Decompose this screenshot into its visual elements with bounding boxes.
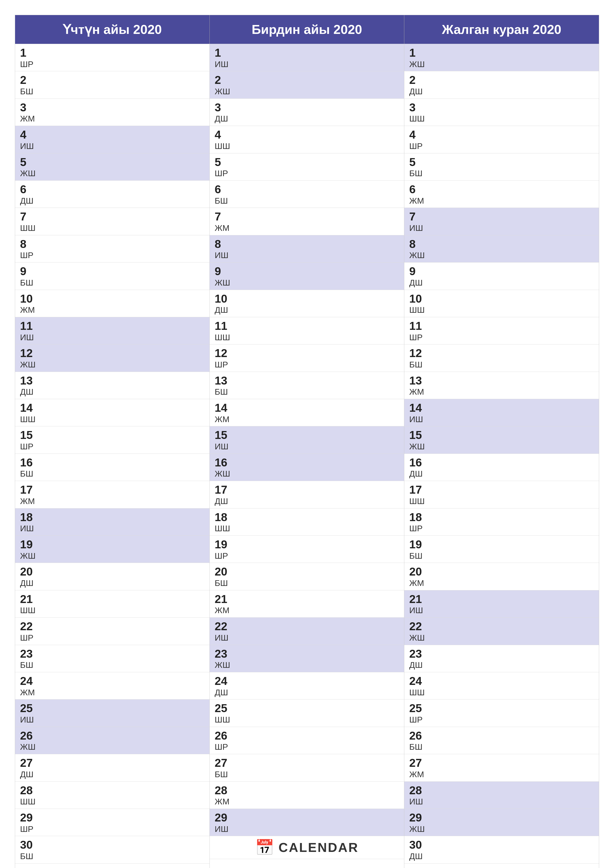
day-row: 20 ЖМ <box>404 563 599 590</box>
day-number: 16 <box>409 456 594 469</box>
day-row: 11 ШР <box>404 317 599 344</box>
day-row: 7 ИШ <box>404 208 599 235</box>
day-label: ИШ <box>409 414 594 424</box>
day-number: 21 <box>215 593 399 606</box>
day-row: 22 ИШ <box>210 618 404 645</box>
day-row: 28 ИШ <box>404 782 599 809</box>
day-label: ЖМ <box>20 305 205 315</box>
day-row: 8 ШР <box>15 235 210 262</box>
day-label: БШ <box>409 360 594 370</box>
day-number: 9 <box>409 265 594 277</box>
day-number: 7 <box>215 210 399 223</box>
day-number: 22 <box>215 620 399 633</box>
day-number: 5 <box>215 156 399 169</box>
header-row: Үчтүн айы 2020 Бирдин айы 2020 Жалган ку… <box>15 15 599 44</box>
day-row: 7 ЖМ <box>210 208 404 235</box>
day-number: 29 <box>215 811 399 824</box>
day-row: 13 ДШ <box>15 372 210 399</box>
day-label: ИШ <box>409 797 594 807</box>
day-label: ДШ <box>409 851 594 861</box>
day-row: 6 ЖМ <box>404 181 599 208</box>
day-row: 15 ЖШ <box>404 426 599 454</box>
day-row: 16 БШ <box>15 454 210 481</box>
day-number: 15 <box>215 429 399 442</box>
day-number: 20 <box>20 566 205 578</box>
day-label: ИШ <box>409 605 594 615</box>
day-number: 1 <box>20 46 205 59</box>
day-row: 24 ДШ <box>210 672 404 699</box>
day-number: 14 <box>215 401 399 414</box>
day-label: ЖШ <box>409 633 594 643</box>
day-row: 6 БШ <box>210 181 404 208</box>
day-number: 6 <box>215 183 399 196</box>
day-number: 19 <box>409 538 594 551</box>
day-number: 12 <box>409 347 594 360</box>
day-label: ДШ <box>409 86 594 96</box>
day-number: 22 <box>409 620 594 633</box>
day-number: 27 <box>409 756 594 769</box>
day-label: ИШ <box>215 442 399 451</box>
day-number: 4 <box>215 129 399 141</box>
day-label: ЖМ <box>20 113 205 124</box>
day-number: 14 <box>20 401 205 414</box>
day-label: ШШ <box>20 797 205 807</box>
day-row: 8 ИШ <box>210 235 404 262</box>
day-row: 17 ЖМ <box>15 481 210 508</box>
day-label: ИШ <box>20 141 205 151</box>
day-label: ШШ <box>409 496 594 506</box>
day-label: БШ <box>215 578 399 588</box>
month1-col: 1 ШР 2 БШ 3 ЖМ 4 ИШ 5 ЖШ 6 ДШ 7 ШШ 8 ШР … <box>15 44 210 868</box>
day-row: 20 ДШ <box>15 563 210 590</box>
day-number: 20 <box>215 566 399 578</box>
day-label: ДШ <box>215 496 399 506</box>
day-label: ЖМ <box>215 797 399 807</box>
day-label: ЖШ <box>20 742 205 752</box>
month2-col: 1 ИШ 2 ЖШ 3 ДШ 4 ШШ 5 ШР 6 БШ 7 ЖМ 8 ИШ … <box>210 44 404 868</box>
day-row: 7 ШШ <box>15 208 210 235</box>
day-number: 13 <box>20 374 205 387</box>
day-number: 15 <box>20 429 205 442</box>
day-row: 12 ШР <box>210 344 404 372</box>
day-number: 26 <box>409 729 594 742</box>
day-row: 26 БШ <box>404 727 599 754</box>
day-number: 24 <box>409 675 594 687</box>
day-row: 2 ЖШ <box>210 71 404 98</box>
day-row: 14 ЖМ <box>210 399 404 426</box>
day-label: БШ <box>20 660 205 670</box>
day-row: 5 ШР <box>210 153 404 181</box>
day-number: 17 <box>409 484 594 496</box>
day-label: ЖМ <box>409 769 594 780</box>
day-label: БШ <box>409 742 594 752</box>
day-number: 29 <box>409 811 594 824</box>
day-label: ШР <box>215 742 399 752</box>
day-label: ДШ <box>215 687 399 698</box>
day-label: БШ <box>215 769 399 780</box>
day-label: ЖМ <box>215 605 399 615</box>
day-label: ДШ <box>20 769 205 780</box>
day-row: 17 ШШ <box>404 481 599 508</box>
day-row: 31 ШШ <box>404 863 599 868</box>
day-row: 12 ЖШ <box>15 344 210 372</box>
day-number: 31 <box>409 866 594 868</box>
day-number: 8 <box>215 238 399 250</box>
day-row: 13 БШ <box>210 372 404 399</box>
day-label: ЖМ <box>20 687 205 698</box>
day-row: 14 ШШ <box>15 399 210 426</box>
day-row: 25 ШШ <box>210 699 404 727</box>
day-row: 10 ШШ <box>404 290 599 317</box>
month3-header: Жалган куран 2020 <box>404 15 599 44</box>
day-row: 29 ШР <box>15 809 210 836</box>
day-number: 18 <box>20 511 205 524</box>
day-label: ШШ <box>215 332 399 343</box>
day-number: 14 <box>409 401 594 414</box>
day-row: 9 ДШ <box>404 262 599 290</box>
day-number: 10 <box>20 293 205 305</box>
day-number: 4 <box>409 129 594 141</box>
day-row: 19 БШ <box>404 536 599 563</box>
day-number: 26 <box>215 729 399 742</box>
day-number: 1 <box>215 46 399 59</box>
day-row: 6 ДШ <box>15 181 210 208</box>
day-row: 5 БШ <box>404 153 599 181</box>
months-container: 1 ШР 2 БШ 3 ЖМ 4 ИШ 5 ЖШ 6 ДШ 7 ШШ 8 ШР … <box>15 44 599 868</box>
day-row: 23 ЖШ <box>210 645 404 672</box>
